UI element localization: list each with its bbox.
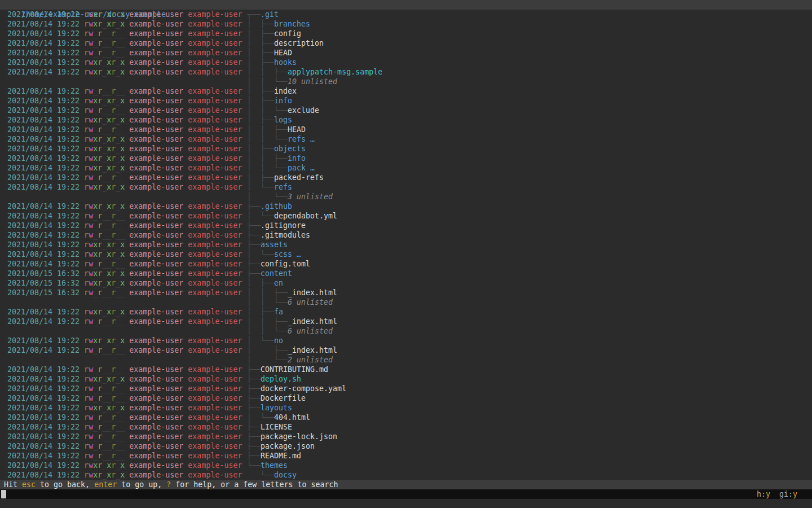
file-row[interactable]: 2021/08/14 19:22 rwxr_xr_x example-user … (0, 249, 812, 259)
owner-name: example-user (129, 269, 183, 278)
file-row[interactable]: 2021/08/14 19:22 rw_r__r__ example-user … (0, 365, 812, 374)
perm-char: x (120, 154, 125, 163)
file-row[interactable]: 2021/08/14 19:22 rw_r__r__ example-user … (0, 317, 812, 326)
file-row[interactable]: 2021/08/14 19:22 rw_r__r__ example-user … (0, 221, 812, 230)
file-row[interactable]: 2021/08/14 19:22 rwxr_xr_x example-user … (0, 374, 812, 384)
tree-branch-lines: │ └── (247, 413, 274, 422)
perm-char: r (84, 308, 89, 316)
perm-char: r (98, 231, 102, 239)
perm-char: x (107, 116, 111, 124)
tree-entry: ├──.gitmodules (247, 230, 310, 240)
file-row[interactable]: 2021/08/14 19:22 rw_r__r__ example-user … (0, 393, 812, 403)
tree-entry: │ │ ├──applypatch-msg.sample (247, 67, 382, 77)
file-row[interactable]: 2021/08/14 19:22 rw_r__r__ example-user … (0, 106, 812, 115)
file-row[interactable]: 2021/08/14 19:22 rw_r__r__ example-user … (0, 86, 812, 96)
tree-branch-lines: │ │ └── (247, 106, 288, 115)
file-meta: 2021/08/14 19:22 rwxr_xr_x example-user … (7, 374, 242, 384)
perm-char: x (107, 68, 111, 76)
file-row[interactable]: 2021/08/14 19:22 rwxr_xr_x example-user … (0, 115, 812, 125)
file-row[interactable]: 2021/08/14 19:22 rw_r__r__ example-user … (0, 125, 812, 134)
file-name: info (274, 97, 292, 105)
file-row[interactable]: 2021/08/14 19:22 rwxr_xr_x example-user … (0, 470, 812, 480)
file-row[interactable]: 2021/08/14 19:22 rwxr_xr_x example-user … (0, 307, 812, 317)
perm-char: _ (102, 442, 107, 450)
file-row[interactable]: 2021/08/14 19:22 rw_r__r__ example-user … (0, 230, 812, 240)
file-row[interactable]: │ │ └──6 unlisted (0, 297, 812, 307)
file-row[interactable]: 2021/08/14 19:22 rw_r__r__ example-user … (0, 211, 812, 221)
file-row[interactable]: 2021/08/14 19:22 rwxr_xr_x example-user … (0, 182, 812, 192)
perm-char: w (89, 116, 93, 124)
file-row[interactable]: 2021/08/14 19:22 rwxr_xr_x example-user … (0, 240, 812, 249)
file-row[interactable]: 2021/08/14 19:22 rwxr_xr_x example-user … (0, 10, 812, 19)
file-meta: 2021/08/15 16:32 rwxr_xr_x example-user … (7, 269, 242, 278)
file-row[interactable]: 2021/08/14 19:22 rw_r__r__ example-user … (0, 432, 812, 441)
file-row[interactable]: 2021/08/14 19:22 rwxr_xr_x example-user … (0, 58, 812, 67)
file-row[interactable]: 2021/08/14 19:22 rw_r__r__ example-user … (0, 38, 812, 48)
permissions: rwxr_xr_x (84, 116, 125, 124)
owner-name: example-user (129, 260, 183, 268)
perm-char: _ (102, 49, 107, 57)
file-row[interactable]: 2021/08/14 19:22 rw_r__r__ example-user … (0, 48, 812, 58)
file-row[interactable]: 2021/08/15 16:32 rwxr_xr_x example-user … (0, 269, 812, 278)
file-row[interactable]: 2021/08/14 19:22 rw_r__r__ example-user … (0, 384, 812, 393)
group-name: example-user (188, 308, 242, 316)
permissions: rwxr_xr_x (84, 58, 125, 67)
file-row[interactable]: 2021/08/14 19:22 rwxr_xr_x example-user … (0, 19, 812, 29)
tree-branch-lines: ├── (247, 269, 261, 278)
file-row[interactable]: 2021/08/14 19:22 rwxr_xr_x example-user … (0, 154, 812, 163)
file-row[interactable]: 2021/08/14 19:22 rw_r__r__ example-user … (0, 413, 812, 422)
tree-branch-lines: │ ├── (247, 20, 274, 28)
perm-char: _ (120, 288, 125, 297)
file-row[interactable]: 2021/08/14 19:22 rwxr_xr_x example-user … (0, 336, 812, 345)
file-row[interactable]: 2021/08/14 19:22 rwxr_xr_x example-user … (0, 461, 812, 470)
perm-char: r (84, 87, 89, 95)
file-row[interactable]: 2021/08/14 19:22 rwxr_xr_x example-user … (0, 144, 812, 154)
perm-char: r (84, 164, 89, 172)
perm-char: r (98, 250, 102, 259)
perm-char: x (107, 240, 111, 249)
perm-char: _ (120, 365, 125, 374)
tree-entry: │ ├──HEAD (247, 48, 292, 58)
file-row[interactable]: 2021/08/14 19:22 rwxr_xr_x example-user … (0, 134, 812, 144)
file-row[interactable]: │ │ └──6 unlisted (0, 326, 812, 336)
file-row[interactable]: 2021/08/14 19:22 rwxr_xr_x example-user … (0, 202, 812, 211)
tree-branch-lines: │ │ ├── (247, 154, 288, 163)
modified-date: 2021/08/14 19:22 (7, 125, 80, 134)
file-meta: 2021/08/14 19:22 rwxr_xr_x example-user … (7, 336, 242, 345)
perm-char: _ (120, 173, 125, 182)
file-row[interactable]: 2021/08/15 16:32 rw_r__r__ example-user … (0, 288, 812, 297)
permissions: rw_r__r__ (84, 317, 125, 326)
perm-char: _ (102, 432, 107, 441)
file-row[interactable]: 2021/08/14 19:22 rw_r__r__ example-user … (0, 173, 812, 182)
file-row[interactable]: 2021/08/14 19:22 rw_r__r__ example-user … (0, 29, 812, 38)
file-row[interactable]: │ └──3 unlisted (0, 192, 812, 202)
file-row[interactable]: 2021/08/14 19:22 rwxr_xr_x example-user … (0, 403, 812, 413)
file-row[interactable]: │ │ └──10 unlisted (0, 77, 812, 86)
owner-name: example-user (129, 279, 183, 287)
perm-char: r (98, 212, 102, 220)
perm-char: w (89, 173, 93, 182)
file-row[interactable]: 2021/08/14 19:22 rw_r__r__ example-user … (0, 422, 812, 432)
file-row[interactable]: 2021/08/14 19:22 rwxr_xr_x example-user … (0, 96, 812, 106)
file-row[interactable]: 2021/08/14 19:22 rw_r__r__ example-user … (0, 451, 812, 461)
file-row[interactable]: 2021/08/14 19:22 rwxr_xr_x example-user … (0, 163, 812, 173)
owner-name: example-user (129, 365, 183, 374)
perm-char: w (89, 97, 93, 105)
perm-char: _ (107, 413, 111, 422)
perm-char: x (107, 250, 111, 259)
file-row[interactable]: 2021/08/14 19:22 rw_r__r__ example-user … (0, 345, 812, 355)
file-row[interactable]: 2021/08/14 19:22 rw_r__r__ example-user … (0, 441, 812, 451)
search-input-line[interactable]: h:y gi:y (0, 489, 812, 499)
perm-char: _ (120, 394, 125, 402)
file-row[interactable]: 2021/08/14 19:22 rw_r__r__ example-user … (0, 259, 812, 269)
perm-char: r (84, 375, 89, 383)
status-text: Hit (4, 480, 22, 489)
file-row[interactable]: 2021/08/14 19:22 rwxr_xr_x example-user … (0, 67, 812, 77)
file-row[interactable]: │ └──2 unlisted (0, 355, 812, 365)
owner-name: example-user (129, 461, 183, 470)
perm-char: r (98, 288, 102, 297)
tree-branch-lines: ├── (247, 442, 261, 450)
perm-char: x (120, 375, 125, 383)
file-row[interactable]: 2021/08/15 16:32 rwxr_xr_x example-user … (0, 278, 812, 288)
file-name: description (274, 39, 324, 47)
